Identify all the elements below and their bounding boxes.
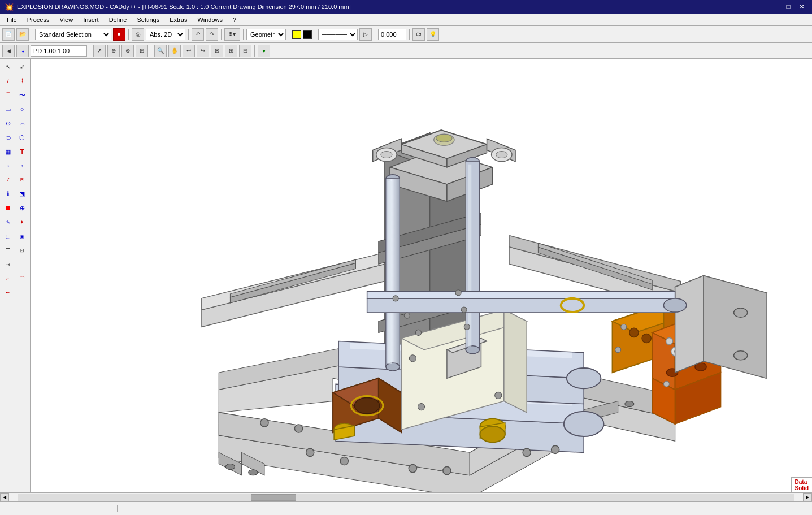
layer-dropdown[interactable]: Geometrie [246,29,286,40]
text-tool[interactable]: T [15,145,29,158]
line-arrow-icon[interactable]: ▷ [359,28,372,41]
svg-point-126 [404,313,410,318]
menu-extras[interactable]: Extras [165,15,192,24]
section-tool[interactable]: ☰ [1,244,15,257]
datasolid-logo: DataSolid [791,477,812,492]
titlebar-minimize[interactable]: ─ [769,1,780,12]
snap-perp-btn[interactable]: ⊞ [136,45,148,57]
svg-point-86 [734,308,748,317]
menu-file[interactable]: File [2,15,21,24]
sep7 [315,29,315,40]
edit-tool[interactable]: ✎ [1,215,15,229]
pan-btn[interactable]: ✋ [168,45,181,57]
canvas-area[interactable]: DataSolid [31,59,812,492]
hscrollbar[interactable]: ◀ ▶ [0,492,812,501]
3d-box-tool[interactable]: ⬚ [1,230,15,243]
red-dot-tool[interactable] [1,201,15,215]
svg-point-124 [552,445,559,453]
svg-point-74 [666,338,672,345]
color-yellow-btn[interactable] [292,30,301,39]
scroll-thumb-h[interactable] [251,494,296,501]
snap-mid-btn[interactable]: ⊗ [121,45,134,57]
titlebar-close[interactable]: ✕ [796,1,807,12]
new-button[interactable]: 📄 [2,28,15,41]
svg-point-130 [464,324,470,330]
dim-v-tool[interactable]: ↕ [15,159,29,172]
color-black-btn[interactable] [303,30,312,39]
selection-mode-dropdown[interactable]: Standard Selection [35,29,111,40]
line-width-input[interactable] [378,29,406,40]
tool-row-10: ℹ ⬔ [1,187,29,201]
status-segment-1 [5,505,118,512]
svg-point-117 [260,419,268,427]
redo2-btn[interactable]: ↪ [197,45,209,57]
status-segment-3 [357,505,359,512]
open-button[interactable]: 📂 [16,28,29,41]
dim-h-tool[interactable]: ↔ [1,159,15,172]
circle-d-tool[interactable]: ⊙ [1,116,15,130]
info-tool[interactable]: ℹ [1,187,15,201]
svg-point-100 [480,426,505,442]
circle-r-tool[interactable]: ○ [15,102,29,116]
rect-tool[interactable]: ▭ [1,102,15,116]
arc-tool[interactable]: ⌓ [15,116,29,130]
menu-windows[interactable]: Windows [193,15,227,24]
layer-bulb-icon[interactable]: 💡 [427,28,439,41]
pen-tool[interactable]: ✒ [1,286,15,300]
free-line-tool[interactable]: ⌇ [15,74,29,88]
menu-define[interactable]: Define [105,15,132,24]
grid-button[interactable]: ⠿▾ [224,28,240,41]
main-area: ↖ ⤢ / ⌇ ⌒ 〜 ▭ ○ ⊙ ⌓ ⬭ ⬡ ▦ T ↔ ↕ [0,59,812,492]
menu-insert[interactable]: Insert [79,15,103,24]
snap-toggle2[interactable]: ⬥ [16,45,29,57]
view-tool[interactable]: ⊡ [15,244,29,257]
polyline-tool[interactable]: ⌒ [1,88,15,102]
menu-view[interactable]: View [55,15,77,24]
svg-marker-113 [367,298,675,313]
dim-angle-tool[interactable]: ∠ [1,173,15,187]
area-tool[interactable]: ⬔ [15,187,29,201]
titlebar-maximize[interactable]: □ [783,1,794,12]
spline-tool[interactable]: 〜 [15,88,29,102]
undo-button[interactable]: ↶ [192,28,204,41]
select-tool[interactable]: ↖ [1,60,15,73]
hatch-tool[interactable]: ▦ [1,145,15,158]
chamfer-tool[interactable]: ⌐ [1,272,15,285]
redo-button[interactable]: ↷ [206,28,218,41]
polygon-tool[interactable]: ⬡ [15,131,29,144]
tool-row-17: ✒ [1,286,29,300]
pd-value-input[interactable] [31,45,87,57]
properties-tool[interactable]: ✦ [15,215,29,229]
scroll-right-arrow[interactable]: ▶ [803,493,812,502]
snap-toggle[interactable]: ◀ [2,45,15,57]
line-style-dropdown[interactable]: ────── - - - - [318,29,358,40]
menu-help[interactable]: ? [228,15,241,24]
scroll-left-arrow[interactable]: ◀ [0,493,9,502]
toolbar1: 📄 📂 Standard Selection ■ ◎ Abs. 2D Rel. … [0,26,812,43]
ellipse-tool[interactable]: ⬭ [1,131,15,144]
zoom-window-btn[interactable]: 🔍 [154,45,167,57]
zoom-in-btn[interactable]: ⊞ [225,45,237,57]
titlebar-controls[interactable]: ─ □ ✕ [769,1,807,12]
dim-auto-tool[interactable]: ⇥ [1,258,15,271]
zoom-fit-btn[interactable]: ⊠ [211,45,223,57]
coord-mode-dropdown[interactable]: Abs. 2D Rel. 2D Abs. 3D [146,29,185,40]
snap-point-btn[interactable]: ↗ [93,45,106,57]
select-rect-icon[interactable]: ■ [113,28,125,41]
menu-settings[interactable]: Settings [132,15,164,24]
fillet-tool[interactable]: ⌒ [15,272,29,285]
redraw-btn[interactable]: ● [258,45,270,57]
measure-tool[interactable]: ⊕ [15,201,29,215]
3d-cyl-tool[interactable]: ▣ [15,230,29,243]
line-tool[interactable]: / [1,74,15,88]
dim-radius-tool[interactable]: R [15,173,29,187]
undo2-btn[interactable]: ↩ [183,45,195,57]
layer-stack-icon[interactable]: 🗂 [412,28,425,41]
snap-grid-btn[interactable]: ⊕ [107,45,120,57]
select-cross-tool[interactable]: ⤢ [15,60,29,73]
menu-process[interactable]: Process [23,15,54,24]
svg-point-64 [642,334,651,343]
coord-icon[interactable]: ◎ [132,28,144,41]
zoom-out-btn[interactable]: ⊟ [239,45,251,57]
scroll-track-h[interactable] [18,494,794,501]
